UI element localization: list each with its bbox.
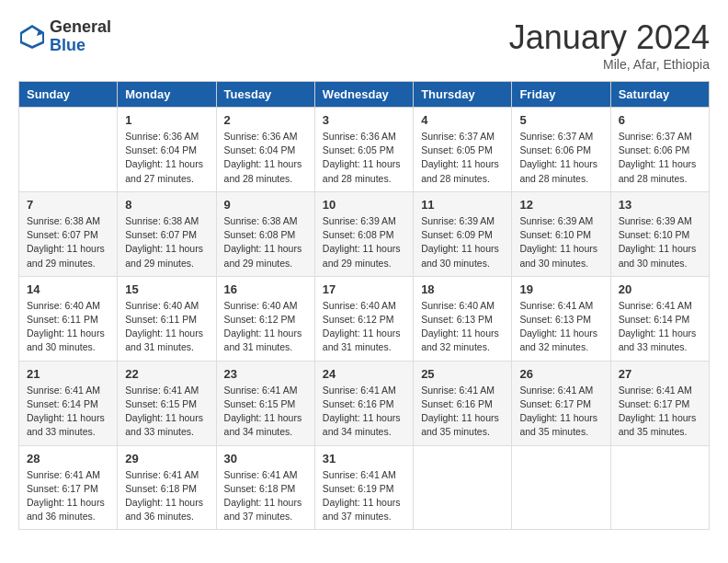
day-info: Sunrise: 6:39 AMSunset: 6:09 PMDaylight:… xyxy=(421,214,504,270)
day-info: Sunrise: 6:39 AMSunset: 6:10 PMDaylight:… xyxy=(619,214,701,270)
logo: General Blue xyxy=(18,18,111,55)
day-number: 27 xyxy=(619,367,701,381)
day-info: Sunrise: 6:41 AMSunset: 6:14 PMDaylight:… xyxy=(619,299,701,355)
calendar-cell: 28Sunrise: 6:41 AMSunset: 6:17 PMDayligh… xyxy=(19,445,118,530)
logo-text: General Blue xyxy=(50,18,111,55)
day-number: 11 xyxy=(421,198,504,212)
week-row-3: 21Sunrise: 6:41 AMSunset: 6:14 PMDayligh… xyxy=(19,361,710,445)
day-number: 28 xyxy=(27,452,109,465)
calendar-table: SundayMondayTuesdayWednesdayThursdayFrid… xyxy=(18,81,710,530)
calendar-cell: 26Sunrise: 6:41 AMSunset: 6:17 PMDayligh… xyxy=(512,361,610,445)
header-cell-wednesday: Wednesday xyxy=(314,82,413,108)
logo-icon xyxy=(18,23,46,51)
calendar-cell: 23Sunrise: 6:41 AMSunset: 6:15 PMDayligh… xyxy=(216,361,314,445)
header-cell-monday: Monday xyxy=(118,82,216,108)
day-number: 19 xyxy=(519,282,602,296)
day-info: Sunrise: 6:41 AMSunset: 6:17 PMDaylight:… xyxy=(27,468,109,524)
calendar-cell: 16Sunrise: 6:40 AMSunset: 6:12 PMDayligh… xyxy=(216,276,314,361)
day-number: 15 xyxy=(125,282,208,296)
calendar-cell xyxy=(19,108,118,192)
header-row: SundayMondayTuesdayWednesdayThursdayFrid… xyxy=(19,82,710,108)
day-info: Sunrise: 6:41 AMSunset: 6:15 PMDaylight:… xyxy=(125,384,208,440)
calendar-cell: 13Sunrise: 6:39 AMSunset: 6:10 PMDayligh… xyxy=(610,191,709,276)
day-number: 13 xyxy=(619,198,701,212)
header-cell-saturday: Saturday xyxy=(610,82,709,108)
day-info: Sunrise: 6:41 AMSunset: 6:18 PMDaylight:… xyxy=(224,468,307,524)
day-number: 7 xyxy=(27,198,109,212)
day-info: Sunrise: 6:41 AMSunset: 6:17 PMDaylight:… xyxy=(619,384,701,440)
day-number: 24 xyxy=(323,367,405,381)
day-number: 2 xyxy=(224,113,307,127)
calendar-cell: 12Sunrise: 6:39 AMSunset: 6:10 PMDayligh… xyxy=(512,191,610,276)
day-info: Sunrise: 6:37 AMSunset: 6:05 PMDaylight:… xyxy=(421,130,504,186)
day-info: Sunrise: 6:38 AMSunset: 6:07 PMDaylight:… xyxy=(27,214,109,270)
week-row-2: 14Sunrise: 6:40 AMSunset: 6:11 PMDayligh… xyxy=(19,276,710,361)
title-block: January 2024 Mile, Afar, Ethiopia xyxy=(509,18,710,72)
calendar-cell xyxy=(512,445,610,530)
day-number: 20 xyxy=(619,282,701,296)
day-number: 16 xyxy=(224,282,307,296)
day-number: 22 xyxy=(125,367,208,381)
day-info: Sunrise: 6:39 AMSunset: 6:10 PMDaylight:… xyxy=(519,214,602,270)
calendar-cell: 24Sunrise: 6:41 AMSunset: 6:16 PMDayligh… xyxy=(314,361,413,445)
calendar-cell: 19Sunrise: 6:41 AMSunset: 6:13 PMDayligh… xyxy=(512,276,610,361)
day-number: 10 xyxy=(323,198,405,212)
day-info: Sunrise: 6:40 AMSunset: 6:11 PMDaylight:… xyxy=(27,299,109,355)
calendar-cell: 22Sunrise: 6:41 AMSunset: 6:15 PMDayligh… xyxy=(118,361,216,445)
calendar-cell: 18Sunrise: 6:40 AMSunset: 6:13 PMDayligh… xyxy=(414,276,512,361)
page-header: General Blue January 2024 Mile, Afar, Et… xyxy=(18,18,710,72)
day-number: 12 xyxy=(519,198,602,212)
day-info: Sunrise: 6:41 AMSunset: 6:13 PMDaylight:… xyxy=(519,299,602,355)
day-number: 21 xyxy=(27,367,109,381)
calendar-cell xyxy=(414,445,512,530)
day-number: 26 xyxy=(519,367,602,381)
day-number: 8 xyxy=(125,198,208,212)
day-info: Sunrise: 6:40 AMSunset: 6:13 PMDaylight:… xyxy=(421,299,504,355)
day-number: 30 xyxy=(224,452,307,465)
day-info: Sunrise: 6:41 AMSunset: 6:15 PMDaylight:… xyxy=(224,384,307,440)
header-cell-tuesday: Tuesday xyxy=(216,82,314,108)
calendar-cell: 9Sunrise: 6:38 AMSunset: 6:08 PMDaylight… xyxy=(216,191,314,276)
day-number: 9 xyxy=(224,198,307,212)
day-info: Sunrise: 6:41 AMSunset: 6:18 PMDaylight:… xyxy=(125,468,208,524)
calendar-cell: 10Sunrise: 6:39 AMSunset: 6:08 PMDayligh… xyxy=(314,191,413,276)
calendar-cell: 25Sunrise: 6:41 AMSunset: 6:16 PMDayligh… xyxy=(414,361,512,445)
week-row-0: 1Sunrise: 6:36 AMSunset: 6:04 PMDaylight… xyxy=(19,108,710,192)
day-number: 23 xyxy=(224,367,307,381)
calendar-cell xyxy=(610,445,709,530)
calendar-cell: 11Sunrise: 6:39 AMSunset: 6:09 PMDayligh… xyxy=(414,191,512,276)
calendar-cell: 5Sunrise: 6:37 AMSunset: 6:06 PMDaylight… xyxy=(512,108,610,192)
day-info: Sunrise: 6:41 AMSunset: 6:19 PMDaylight:… xyxy=(323,468,405,524)
location-subtitle: Mile, Afar, Ethiopia xyxy=(509,57,710,72)
calendar-cell: 4Sunrise: 6:37 AMSunset: 6:05 PMDaylight… xyxy=(414,108,512,192)
day-number: 18 xyxy=(421,282,504,296)
day-info: Sunrise: 6:41 AMSunset: 6:16 PMDaylight:… xyxy=(421,384,504,440)
header-cell-friday: Friday xyxy=(512,82,610,108)
calendar-cell: 31Sunrise: 6:41 AMSunset: 6:19 PMDayligh… xyxy=(314,445,413,530)
calendar-cell: 27Sunrise: 6:41 AMSunset: 6:17 PMDayligh… xyxy=(610,361,709,445)
day-info: Sunrise: 6:37 AMSunset: 6:06 PMDaylight:… xyxy=(519,130,602,186)
day-number: 3 xyxy=(323,113,405,127)
day-info: Sunrise: 6:38 AMSunset: 6:07 PMDaylight:… xyxy=(125,214,208,270)
header-cell-sunday: Sunday xyxy=(19,82,118,108)
day-number: 17 xyxy=(323,282,405,296)
calendar-cell: 7Sunrise: 6:38 AMSunset: 6:07 PMDaylight… xyxy=(19,191,118,276)
week-row-4: 28Sunrise: 6:41 AMSunset: 6:17 PMDayligh… xyxy=(19,445,710,530)
day-info: Sunrise: 6:40 AMSunset: 6:12 PMDaylight:… xyxy=(224,299,307,355)
calendar-cell: 29Sunrise: 6:41 AMSunset: 6:18 PMDayligh… xyxy=(118,445,216,530)
calendar-cell: 14Sunrise: 6:40 AMSunset: 6:11 PMDayligh… xyxy=(19,276,118,361)
calendar-cell: 17Sunrise: 6:40 AMSunset: 6:12 PMDayligh… xyxy=(314,276,413,361)
day-number: 25 xyxy=(421,367,504,381)
day-info: Sunrise: 6:36 AMSunset: 6:04 PMDaylight:… xyxy=(224,130,307,186)
day-number: 29 xyxy=(125,452,208,465)
month-title: January 2024 xyxy=(509,18,710,57)
day-info: Sunrise: 6:41 AMSunset: 6:16 PMDaylight:… xyxy=(323,384,405,440)
day-info: Sunrise: 6:40 AMSunset: 6:12 PMDaylight:… xyxy=(323,299,405,355)
calendar-cell: 3Sunrise: 6:36 AMSunset: 6:05 PMDaylight… xyxy=(314,108,413,192)
calendar-cell: 20Sunrise: 6:41 AMSunset: 6:14 PMDayligh… xyxy=(610,276,709,361)
day-info: Sunrise: 6:41 AMSunset: 6:14 PMDaylight:… xyxy=(27,384,109,440)
day-info: Sunrise: 6:37 AMSunset: 6:06 PMDaylight:… xyxy=(619,130,701,186)
day-number: 5 xyxy=(519,113,602,127)
day-number: 14 xyxy=(27,282,109,296)
day-number: 6 xyxy=(619,113,701,127)
